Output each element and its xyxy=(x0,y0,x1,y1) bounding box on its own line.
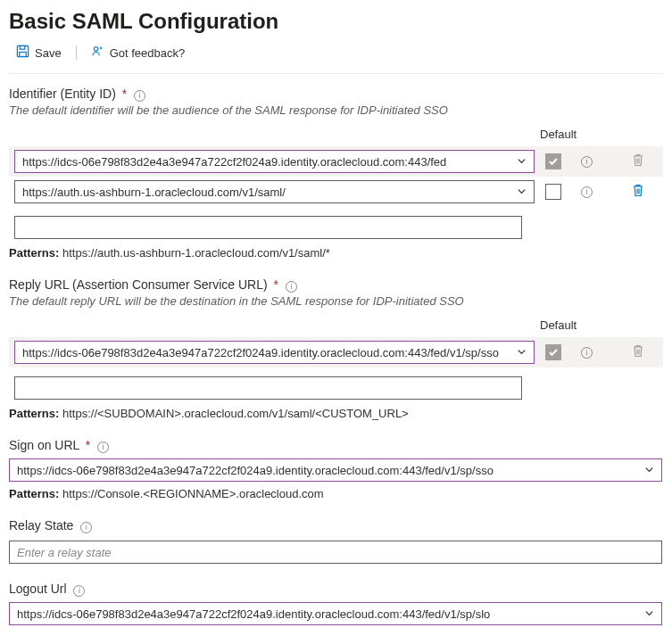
reply-row-1: https://idcs-06e798f83d2e4a3e947a722cf2f… xyxy=(9,337,663,367)
reply-grid-header: Default xyxy=(9,318,663,332)
logout-combo[interactable]: https://idcs-06e798f83d2e4a3e947a722cf2f… xyxy=(9,602,662,625)
info-icon[interactable]: i xyxy=(80,522,92,533)
info-icon[interactable]: i xyxy=(286,281,297,293)
delete-row-2[interactable] xyxy=(611,184,665,200)
chevron-down-icon xyxy=(644,464,654,477)
feedback-button[interactable]: Got feedback? xyxy=(84,41,193,64)
info-icon[interactable]: i xyxy=(581,186,593,198)
identifier-patterns: Patterns: https://auth.us-ashburn-1.orac… xyxy=(9,246,663,260)
reply-add-input[interactable] xyxy=(14,376,522,400)
info-icon[interactable]: i xyxy=(97,442,109,453)
default-col-label: Default xyxy=(540,318,576,332)
required-star: * xyxy=(86,438,90,452)
reply-default-checkbox-1 xyxy=(545,344,561,360)
svg-rect-1 xyxy=(20,52,27,56)
chevron-down-icon xyxy=(517,346,527,359)
delete-row-1 xyxy=(611,153,665,169)
identifier-label: Identifier (Entity ID) * i xyxy=(9,87,663,102)
identifier-row-1: https://idcs-06e798f83d2e4a3e947a722cf2f… xyxy=(9,146,663,177)
identifier-combo-1[interactable]: https://idcs-06e798f83d2e4a3e947a722cf2f… xyxy=(14,150,535,173)
feedback-label: Got feedback? xyxy=(110,46,186,60)
reply-label: Reply URL (Assertion Consumer Service UR… xyxy=(9,277,663,293)
reply-combo-1[interactable]: https://idcs-06e798f83d2e4a3e947a722cf2f… xyxy=(14,341,535,364)
reply-helper: The default reply URL will be the destin… xyxy=(9,294,663,308)
info-icon[interactable]: i xyxy=(581,156,593,168)
identifier-value-1: https://idcs-06e798f83d2e4a3e947a722cf2f… xyxy=(22,155,446,169)
page-title: Basic SAML Configuration xyxy=(9,9,663,34)
identifier-row-2: https://auth.us-ashburn-1.oraclecloud.co… xyxy=(9,177,663,207)
info-icon[interactable]: i xyxy=(73,585,85,597)
info-icon[interactable]: i xyxy=(134,90,145,102)
identifier-add-input[interactable] xyxy=(14,216,522,239)
identifier-value-2: https://auth.us-ashburn-1.oraclecloud.co… xyxy=(22,186,286,199)
info-icon[interactable]: i xyxy=(581,347,593,359)
signon-combo[interactable]: https://idcs-06e798f83d2e4a3e947a722cf2f… xyxy=(9,458,662,482)
logout-label: Logout Url i xyxy=(9,582,663,597)
identifier-helper: The default identifier will be the audie… xyxy=(9,103,663,117)
required-star: * xyxy=(274,277,278,292)
reply-patterns: Patterns: https://<SUBDOMAIN>.oracleclou… xyxy=(9,407,663,420)
save-label: Save xyxy=(35,46,62,60)
reply-value-1: https://idcs-06e798f83d2e4a3e947a722cf2f… xyxy=(22,346,499,359)
identifier-grid-header: Default xyxy=(9,128,663,141)
chevron-down-icon xyxy=(644,607,654,621)
identifier-combo-2[interactable]: https://auth.us-ashburn-1.oraclecloud.co… xyxy=(14,180,535,203)
feedback-icon xyxy=(91,45,104,61)
required-star: * xyxy=(122,87,127,101)
relay-input[interactable] xyxy=(9,541,662,564)
signon-label: Sign on URL * i xyxy=(9,438,663,453)
reply-delete-row-1 xyxy=(611,344,665,360)
default-col-label: Default xyxy=(540,128,576,141)
toolbar: Save Got feedback? xyxy=(9,41,663,74)
svg-rect-2 xyxy=(20,45,25,49)
save-icon xyxy=(16,45,29,61)
signon-value: https://idcs-06e798f83d2e4a3e947a722cf2f… xyxy=(17,464,494,477)
chevron-down-icon xyxy=(517,186,527,199)
signon-patterns: Patterns: https://Console.<REGIONNAME>.o… xyxy=(9,487,663,500)
default-checkbox-1 xyxy=(545,153,561,169)
relay-label: Relay State i xyxy=(9,518,663,533)
toolbar-divider xyxy=(76,45,77,60)
save-button[interactable]: Save xyxy=(9,41,69,64)
chevron-down-icon xyxy=(517,155,527,169)
svg-point-3 xyxy=(94,46,98,51)
default-checkbox-2[interactable] xyxy=(545,184,561,200)
logout-value: https://idcs-06e798f83d2e4a3e947a722cf2f… xyxy=(17,607,490,621)
